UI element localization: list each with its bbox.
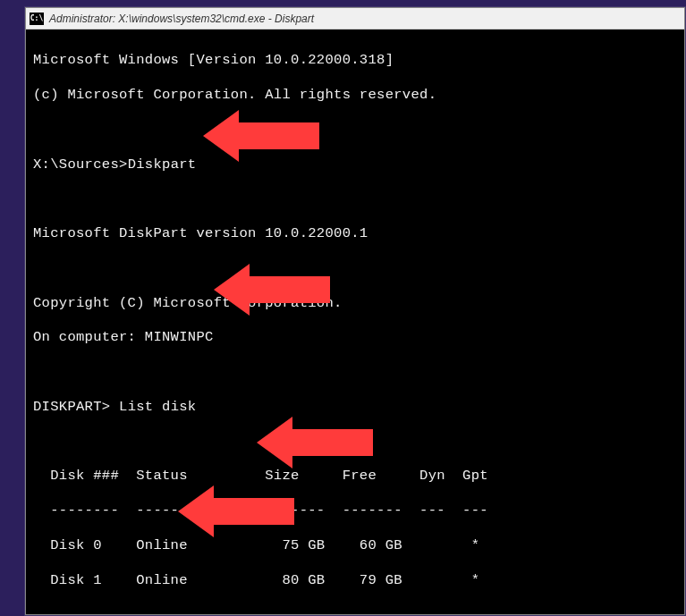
terminal-area[interactable]: Microsoft Windows [Version 10.0.22000.31… bbox=[26, 30, 684, 614]
prompt-line-1: X:\Sources>Diskpart bbox=[33, 156, 677, 173]
window-title: Administrator: X:\windows\system32\cmd.e… bbox=[49, 13, 314, 25]
table-header: Disk ### Status Size Free Dyn Gpt bbox=[33, 468, 677, 485]
diskpart-prompt: DISKPART> bbox=[33, 399, 110, 415]
cmd-list-disk: List disk bbox=[119, 399, 196, 415]
sources-prompt: X:\Sources> bbox=[33, 156, 128, 173]
table-row: Disk 1 Online 80 GB 79 GB * bbox=[33, 572, 677, 589]
copyright-line: (c) Microsoft Corporation. All rights re… bbox=[33, 87, 677, 104]
window-titlebar[interactable]: C:\ Administrator: X:\windows\system32\c… bbox=[26, 8, 684, 30]
cmd-window: C:\ Administrator: X:\windows\system32\c… bbox=[25, 7, 685, 615]
cmd-diskpart: Diskpart bbox=[128, 156, 197, 173]
table-row: Disk 0 Online 75 GB 60 GB * bbox=[33, 537, 677, 554]
diskpart-version-line: Microsoft DiskPart version 10.0.22000.1 bbox=[33, 225, 677, 242]
os-version-line: Microsoft Windows [Version 10.0.22000.31… bbox=[33, 52, 677, 69]
table-divider: -------- ------------- ------- ------- -… bbox=[33, 502, 677, 519]
cmd-icon: C:\ bbox=[30, 13, 44, 25]
prompt-line-2: DISKPART> List disk bbox=[33, 399, 677, 416]
diskpart-copyright-line: Copyright (C) Microsoft Corporation. bbox=[33, 295, 677, 312]
computer-line: On computer: MINWINPC bbox=[33, 329, 677, 346]
